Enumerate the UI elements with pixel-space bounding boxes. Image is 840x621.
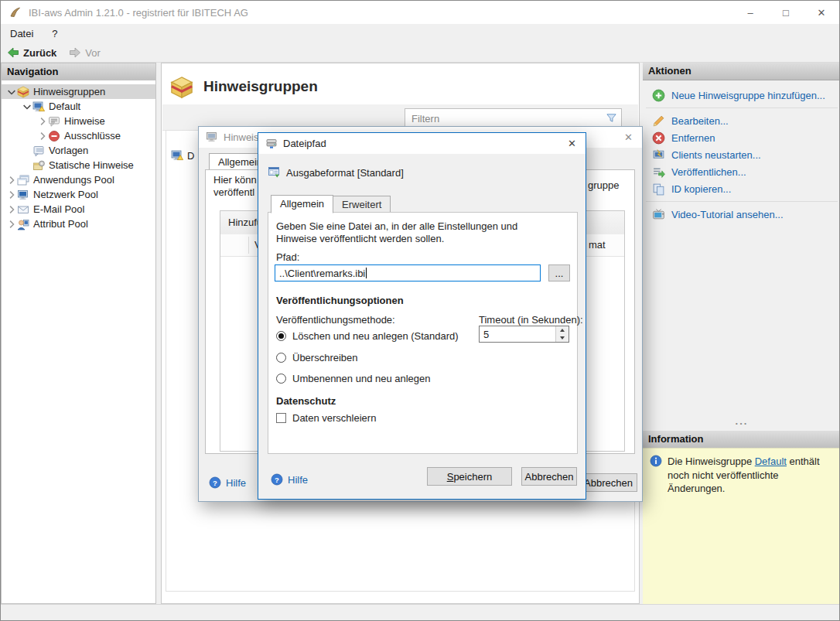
maximize-button[interactable]: □ (768, 1, 804, 24)
chevron-down-icon[interactable] (22, 103, 32, 111)
action-bearbeiten[interactable]: Bearbeiten... (652, 112, 840, 129)
edit-cancel-button[interactable]: Abbrechen (579, 473, 637, 492)
save-button[interactable]: Speichern (427, 467, 512, 486)
radio-rename-recreate[interactable]: Umbenennen und neu anlegen (276, 373, 431, 384)
menu-datei[interactable]: Datei (1, 28, 43, 39)
filter-input[interactable] (410, 110, 599, 127)
chevron-right-icon[interactable] (6, 191, 17, 199)
action-label: Entfernen (671, 132, 715, 144)
chevron-right-icon[interactable] (6, 206, 17, 213)
separator (646, 201, 838, 202)
svg-text:?: ? (213, 479, 217, 487)
tree-item-hinweisgruppen[interactable]: Hinweisgruppen (2, 84, 155, 99)
tree-item-default[interactable]: Default (2, 99, 155, 114)
window-controls: – □ ✕ (732, 1, 839, 24)
info-icon (650, 455, 662, 467)
tree-item-label: Ausschlüsse (64, 130, 121, 142)
app-windows-icon (17, 174, 29, 186)
menu-help[interactable]: ? (43, 28, 67, 39)
radio-delete-recreate[interactable]: Löschen und neu anlegen (Standard) (276, 330, 459, 342)
edit-help-link[interactable]: ? Hilfe (209, 476, 246, 489)
action-neue-hinweisgruppe-hinzuf-gen[interactable]: Neue Hinweisgruppe hinzufügen... (652, 87, 840, 104)
filter-field[interactable] (405, 108, 622, 127)
back-button[interactable]: Zurück (1, 43, 63, 62)
file-dialog-close-icon[interactable]: ✕ (568, 138, 576, 149)
template-bubble-icon (32, 145, 45, 157)
navigation-tree: Hinweisgruppen Default Hinweise Ausschlü… (2, 80, 155, 603)
stepper-down-icon[interactable] (556, 334, 569, 342)
cancel-button[interactable]: Abbrechen (521, 467, 577, 486)
action-video-tutorial-ansehen[interactable]: Video-Tutorial ansehen... (652, 206, 840, 223)
action-label: ID kopieren... (671, 183, 731, 195)
stepper-up-icon[interactable] (556, 326, 569, 334)
tree-item-ausschl-sse[interactable]: Ausschlüsse (2, 128, 155, 143)
tree-item-hinweise[interactable]: Hinweise (2, 114, 155, 128)
action-label: Bearbeiten... (671, 115, 729, 127)
list-item[interactable]: D (171, 149, 194, 162)
file-dialog-title: Dateipfad (283, 138, 326, 149)
tab-erweitert[interactable]: Erweitert (333, 196, 391, 213)
timeout-stepper[interactable]: 5 (479, 326, 569, 343)
notice-group-box-icon (17, 86, 29, 98)
tab-allgemein[interactable]: Allgemein (271, 195, 333, 213)
nav-toolbar: Zurück Vor (1, 43, 839, 63)
checkbox[interactable] (276, 413, 286, 423)
minimize-button[interactable]: – (732, 1, 768, 24)
tree-item-vorlagen[interactable]: Vorlagen (2, 143, 155, 158)
radio-button[interactable] (276, 374, 286, 384)
tree-item-label: Anwendungs Pool (33, 174, 114, 186)
network-monitor-icon (17, 189, 29, 201)
status-bar (1, 604, 839, 621)
action-label: Veröffentlichen... (671, 166, 746, 178)
info-text-before: Die Hinweisgruppe (668, 456, 755, 467)
information-box: Die Hinweisgruppe Default enthält noch n… (643, 448, 840, 604)
tree-item-anwendungs-pool[interactable]: Anwendungs Pool (2, 172, 155, 187)
info-default-link[interactable]: Default (755, 456, 787, 467)
chevron-right-icon[interactable] (6, 220, 17, 228)
edit-dialog-close-icon[interactable]: ✕ (624, 131, 633, 143)
actions-list: Neue Hinweisgruppe hinzufügen... Bearbei… (643, 80, 840, 223)
method-label: Veröffentlichungsmethode: (276, 314, 395, 326)
forward-button[interactable]: Vor (63, 43, 107, 62)
add-circle-icon (652, 89, 665, 102)
chevron-right-icon[interactable] (37, 118, 48, 125)
radio-button[interactable] (276, 353, 286, 363)
panel-splitter-handle[interactable]: ... (643, 418, 840, 428)
file-tab-page: Geben Sie eine Datei an, in der alle Ein… (268, 212, 578, 454)
tree-item-attribut-pool[interactable]: Attribut Pool (2, 217, 155, 231)
chevron-icon[interactable] (22, 162, 32, 169)
chevron-down-icon[interactable] (6, 88, 17, 96)
publish-arrow-icon (652, 165, 665, 179)
tree-item-label: Netzwerk Pool (33, 189, 98, 200)
close-button[interactable]: ✕ (804, 1, 839, 24)
file-dialog-titlebar: Dateipfad ✕ (258, 133, 586, 154)
tree-item-netzwerk-pool[interactable]: Netzwerk Pool (2, 187, 155, 202)
tree-item-statische-hinweise[interactable]: Statische Hinweise (2, 158, 155, 172)
action-entfernen[interactable]: Entfernen (652, 129, 840, 146)
path-input[interactable]: ..\Client\remarks.ibi (275, 264, 541, 281)
column-divider (248, 237, 249, 254)
chevron-icon[interactable] (22, 147, 32, 155)
radio-label: Löschen und neu anlegen (Standard) (292, 330, 459, 342)
chevron-right-icon[interactable] (6, 176, 17, 184)
publish-options-heading: Veröffentlichungsoptionen (276, 295, 404, 306)
tree-item-e-mail-pool[interactable]: E-Mail Pool (2, 202, 155, 217)
action-clients-neustarten[interactable]: Clients neustarten... (652, 146, 840, 163)
file-dialog-tabs: Allgemein Erweitert (271, 195, 390, 213)
help-icon: ? (271, 473, 283, 486)
forward-arrow-icon (69, 46, 81, 59)
radio-overwrite[interactable]: Überschreiben (276, 352, 358, 363)
privacy-heading: Datenschutz (276, 395, 336, 407)
tree-item-label: Attribut Pool (33, 218, 88, 230)
output-format-label: Ausgabeformat [Standard] (286, 167, 404, 179)
window-titlebar: IBI-aws Admin 1.21.0 - registriert für I… (1, 1, 839, 24)
action-id-kopieren[interactable]: ID kopieren... (652, 180, 840, 197)
file-help-link[interactable]: ? Hilfe (271, 473, 308, 486)
chevron-right-icon[interactable] (37, 132, 48, 140)
browse-button[interactable]: ... (548, 264, 570, 281)
radio-button[interactable] (276, 331, 286, 341)
obfuscate-checkbox-row[interactable]: Daten verschleiern (276, 412, 376, 424)
static-box-icon (32, 159, 45, 172)
action-ver-ffentlichen[interactable]: Veröffentlichen... (652, 163, 840, 180)
svg-text:?: ? (275, 476, 279, 484)
